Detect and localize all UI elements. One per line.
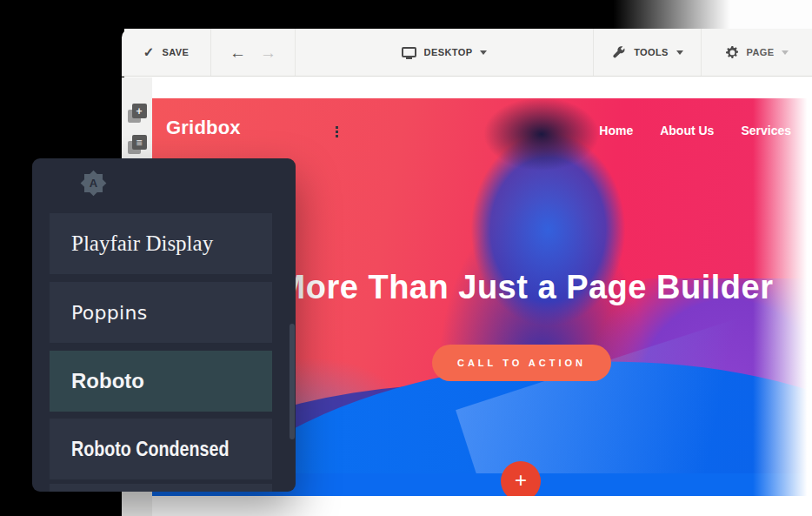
font-badge-icon: A (83, 172, 104, 194)
nav-item-home[interactable]: Home (599, 124, 633, 137)
tools-dropdown-label: TOOLS (634, 47, 669, 57)
backdrop-shape-top (0, 0, 730, 29)
desktop-monitor-icon (402, 47, 416, 57)
scrollbar-thumb[interactable] (290, 324, 295, 439)
check-icon: ✓ (143, 44, 155, 60)
save-button-label: SAVE (162, 47, 189, 57)
device-dropdown[interactable]: DESKTOP (296, 29, 594, 76)
chevron-down-icon (480, 50, 487, 55)
add-block-icon: + (132, 104, 147, 118)
add-section-fab[interactable]: + (501, 461, 541, 496)
wrench-icon (611, 45, 626, 60)
font-option-label: Roboto Condensed (71, 437, 229, 461)
font-picker-panel: A Playfair Display Poppins Roboto Roboto… (32, 158, 296, 492)
kebab-menu-icon[interactable] (334, 124, 340, 139)
nav-item-about-us[interactable]: About Us (660, 124, 714, 137)
screenshot-stage: ✓ SAVE ← → DESKTOP TOOLS (0, 0, 812, 516)
page-dropdown-label: PAGE (747, 47, 775, 57)
add-block-button[interactable]: + (128, 104, 147, 123)
layers-icon: ≡ (132, 135, 147, 150)
gear-icon (725, 45, 739, 59)
font-option-poppins[interactable]: Poppins (50, 282, 272, 343)
layers-button[interactable]: ≡ (128, 135, 147, 154)
site-logo[interactable]: Gridbox (166, 117, 241, 139)
font-option-roboto-condensed[interactable]: Roboto Condensed (50, 419, 272, 479)
undo-icon[interactable]: ← (230, 44, 246, 61)
tools-dropdown[interactable]: TOOLS (594, 29, 702, 76)
font-option-playfair-display[interactable]: Playfair Display (50, 213, 272, 274)
call-to-action-button[interactable]: CALL TO ACTION (432, 345, 611, 381)
device-dropdown-label: DESKTOP (424, 47, 473, 57)
builder-toolbar: ✓ SAVE ← → DESKTOP TOOLS (122, 29, 812, 77)
hero-heading[interactable]: More Than Just a Page Builder (239, 269, 812, 306)
chevron-down-icon (676, 50, 683, 55)
badge-letter: A (83, 172, 104, 194)
site-header: Gridbox Home About Us Services (152, 98, 812, 151)
font-option-roboto[interactable]: Roboto (50, 351, 272, 412)
history-controls: ← → (211, 29, 296, 76)
redo-icon[interactable]: → (260, 44, 276, 61)
page-dropdown[interactable]: PAGE (702, 29, 812, 76)
chevron-down-icon (782, 50, 789, 55)
right-edge-fade (753, 98, 812, 496)
save-button[interactable]: ✓ SAVE (122, 29, 211, 76)
font-option-partial[interactable] (50, 484, 272, 492)
